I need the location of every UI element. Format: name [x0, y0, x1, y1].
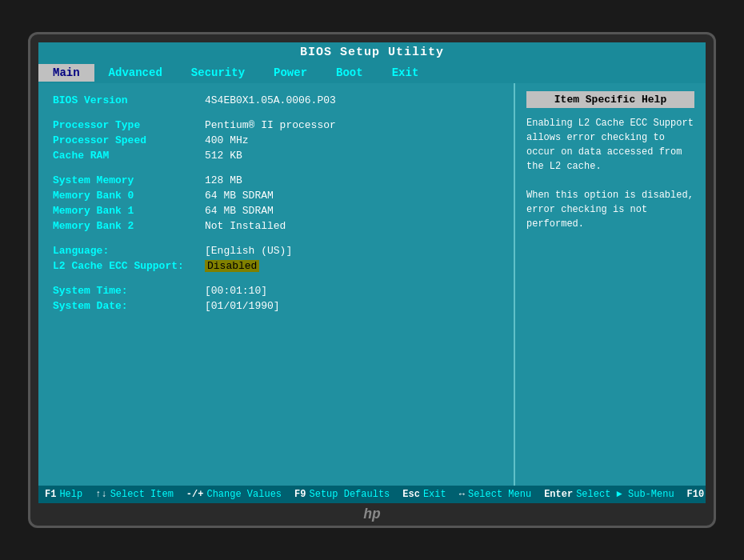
key-f10: F10 — [687, 489, 705, 500]
key-updown: ↑↓ — [95, 489, 106, 500]
key-leftright: ↔ — [459, 489, 465, 500]
memory-bank1-row: Memory Bank 1 64 MB SDRAM — [53, 205, 499, 217]
menu-bar: Main Advanced Security Power Boot Exit — [38, 62, 706, 83]
language-row: Language: [English (US)] — [53, 245, 499, 257]
monitor: BIOS Setup Utility Main Advanced Securit… — [28, 32, 716, 528]
hp-logo-icon: hp — [363, 506, 381, 522]
content-area: BIOS Version 4S4EB0X1.05A.0006.P03 Proce… — [38, 83, 706, 486]
desc-sub-menu: Select ► Sub-Menu — [576, 489, 674, 500]
memory-bank0-value: 64 MB SDRAM — [205, 190, 274, 202]
key-enter: Enter — [544, 489, 573, 500]
system-date-label: System Date: — [53, 300, 205, 312]
l2-cache-disabled-badge[interactable]: Disabled — [205, 260, 259, 272]
system-date-row[interactable]: System Date: [01/01/1990] — [53, 300, 499, 312]
language-label: Language: — [53, 245, 205, 257]
bios-title: BIOS Setup Utility — [300, 46, 444, 59]
menu-item-boot[interactable]: Boot — [322, 64, 378, 82]
menu-item-exit[interactable]: Exit — [378, 64, 434, 82]
system-time-row[interactable]: System Time: [00:01:10] — [53, 285, 499, 297]
processor-speed-row: Processor Speed 400 MHz — [53, 134, 499, 146]
memory-bank1-label: Memory Bank 1 — [53, 205, 205, 217]
menu-item-advanced[interactable]: Advanced — [94, 64, 177, 82]
language-value: [English (US)] — [205, 245, 292, 257]
cache-ram-label: Cache RAM — [53, 150, 205, 162]
help-text: Enabling L2 Cache ECC Support allows err… — [526, 116, 694, 231]
monitor-logo: hp — [38, 503, 706, 526]
key-f9: F9 — [294, 489, 306, 500]
system-date-value: [01/01/1990] — [205, 300, 280, 312]
desc-help: Help — [59, 489, 82, 500]
footer-bar: F1 Help ↑↓ Select Item -/+ Change Values… — [38, 486, 706, 503]
desc-change-values: Change Values — [206, 489, 282, 500]
help-panel: Item Specific Help Enabling L2 Cache ECC… — [514, 83, 706, 486]
memory-bank0-label: Memory Bank 0 — [53, 190, 205, 202]
system-memory-value: 128 MB — [205, 174, 242, 186]
menu-item-main[interactable]: Main — [38, 64, 94, 82]
system-memory-label: System Memory — [53, 174, 205, 186]
memory-bank2-label: Memory Bank 2 — [53, 220, 205, 232]
system-time-value: [00:01:10] — [205, 285, 267, 297]
cache-ram-value: 512 KB — [205, 150, 242, 162]
l2-cache-value: Disabled — [205, 260, 259, 272]
desc-exit: Exit — [423, 489, 446, 500]
memory-bank2-value: Not Installed — [205, 220, 286, 232]
bios-version-row: BIOS Version 4S4EB0X1.05A.0006.P03 — [53, 94, 499, 106]
bios-version-value: 4S4EB0X1.05A.0006.P03 — [205, 94, 336, 106]
processor-speed-label: Processor Speed — [53, 134, 205, 146]
desc-setup-defaults: Setup Defaults — [309, 489, 390, 500]
desc-select-menu: Select Menu — [468, 489, 531, 500]
main-panel: BIOS Version 4S4EB0X1.05A.0006.P03 Proce… — [38, 83, 514, 486]
title-bar: BIOS Setup Utility — [38, 42, 706, 62]
key-minus-plus: -/+ — [186, 489, 204, 500]
menu-item-power[interactable]: Power — [259, 64, 322, 82]
help-title: Item Specific Help — [526, 91, 694, 108]
processor-type-row: Processor Type Pentium® II processor — [53, 119, 499, 131]
processor-speed-value: 400 MHz — [205, 134, 249, 146]
memory-bank1-value: 64 MB SDRAM — [205, 205, 274, 217]
cache-ram-row: Cache RAM 512 KB — [53, 150, 499, 162]
processor-type-label: Processor Type — [53, 119, 205, 131]
desc-select-item: Select Item — [110, 489, 174, 500]
processor-type-value: Pentium® II processor — [205, 119, 336, 131]
system-time-label: System Time: — [53, 285, 205, 297]
menu-item-security[interactable]: Security — [177, 64, 259, 82]
system-memory-row: System Memory 128 MB — [53, 174, 499, 186]
bios-version-label: BIOS Version — [53, 94, 205, 106]
screen: BIOS Setup Utility Main Advanced Securit… — [38, 42, 706, 503]
l2-cache-label: L2 Cache ECC Support: — [53, 260, 205, 272]
memory-bank0-row: Memory Bank 0 64 MB SDRAM — [53, 190, 499, 202]
key-f1: F1 — [45, 489, 56, 500]
l2-cache-row[interactable]: L2 Cache ECC Support: Disabled — [53, 260, 499, 272]
key-esc: Esc — [402, 489, 420, 500]
memory-bank2-row: Memory Bank 2 Not Installed — [53, 220, 499, 232]
